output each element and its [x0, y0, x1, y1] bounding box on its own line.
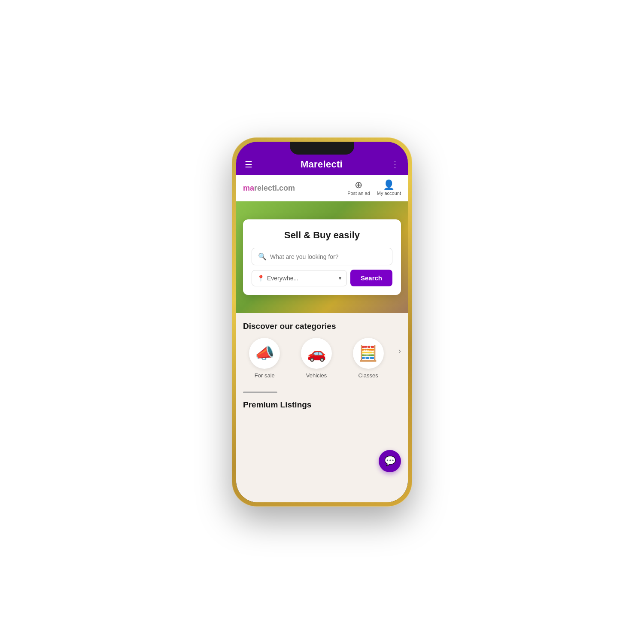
site-actions: ⊕ Post an ad 👤 My account: [347, 180, 401, 196]
category-circle-classes: 🧮: [353, 338, 384, 369]
chat-fab[interactable]: 💬: [379, 450, 401, 472]
hamburger-icon[interactable]: ☰: [245, 159, 252, 170]
categories-title: Discover our categories: [243, 322, 401, 331]
my-account-icon: 👤: [383, 180, 395, 190]
location-select[interactable]: 📍 Everywhe... ▾: [252, 270, 347, 286]
premium-section: Premium Listings 💬: [236, 393, 408, 481]
category-label-vehicles: Vehicles: [306, 372, 327, 379]
category-label-classes: Classes: [358, 372, 378, 379]
categories-row: 📣 For sale 🚗 Vehicles 🧮 Classes ›: [243, 338, 401, 379]
search-button[interactable]: Search: [350, 270, 392, 286]
category-label-for-sale: For sale: [255, 372, 275, 379]
categories-next-arrow[interactable]: ›: [398, 346, 401, 355]
category-classes[interactable]: 🧮 Classes: [346, 338, 390, 379]
location-text: Everywhe...: [267, 275, 336, 282]
premium-title: Premium Listings: [243, 400, 401, 410]
categories-section: Discover our categories 📣 For sale 🚗 Veh…: [236, 313, 408, 387]
site-logo: marelecti.com: [243, 184, 295, 193]
phone-screen: ☰ Marelecti ⋮ marelecti.com ⊕ Post an ad…: [236, 142, 408, 502]
post-ad-button[interactable]: ⊕ Post an ad: [347, 180, 370, 196]
my-account-label: My account: [377, 191, 401, 196]
chevron-down-icon: ▾: [339, 275, 341, 281]
search-icon: 🔍: [258, 252, 267, 261]
chat-icon: 💬: [384, 456, 396, 467]
search-input-wrapper[interactable]: 🔍: [252, 248, 392, 265]
site-header: marelecti.com ⊕ Post an ad 👤 My account: [236, 175, 408, 201]
phone-inner: ☰ Marelecti ⋮ marelecti.com ⊕ Post an ad…: [236, 142, 408, 502]
category-vehicles[interactable]: 🚗 Vehicles: [295, 338, 338, 379]
category-circle-for-sale: 📣: [249, 338, 280, 369]
category-for-sale[interactable]: 📣 For sale: [243, 338, 286, 379]
logo-part1: ma: [243, 184, 254, 192]
search-title: Sell & Buy easily: [252, 230, 392, 241]
app-title: Marelecti: [301, 159, 343, 170]
notch: [290, 142, 354, 155]
search-input[interactable]: [270, 253, 386, 260]
post-ad-icon: ⊕: [355, 180, 362, 190]
hero-section: Sell & Buy easily 🔍 📍 Everywhe... ▾ Sear…: [236, 201, 408, 313]
category-circle-vehicles: 🚗: [301, 338, 332, 369]
location-icon: 📍: [257, 275, 264, 282]
phone-container: ☰ Marelecti ⋮ marelecti.com ⊕ Post an ad…: [232, 137, 412, 507]
search-card: Sell & Buy easily 🔍 📍 Everywhe... ▾ Sear…: [243, 219, 401, 295]
my-account-button[interactable]: 👤 My account: [377, 180, 401, 196]
logo-part2: relecti.com: [254, 184, 295, 192]
post-ad-label: Post an ad: [347, 191, 370, 196]
bottom-spacer: [236, 481, 408, 502]
search-row: 📍 Everywhe... ▾ Search: [252, 270, 392, 286]
scroll-indicator: [236, 387, 408, 393]
more-icon[interactable]: ⋮: [391, 159, 399, 170]
